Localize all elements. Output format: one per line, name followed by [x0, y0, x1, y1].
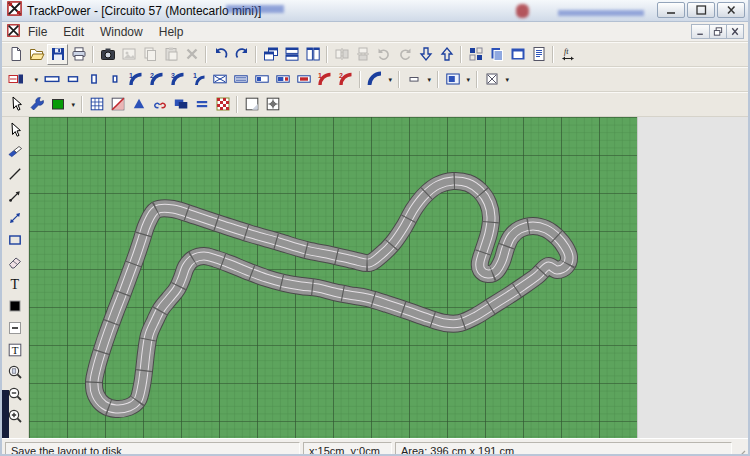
menu-item-window[interactable]: Window — [92, 24, 151, 40]
show-grid-button[interactable] — [86, 94, 107, 115]
svg-text:2: 2 — [150, 72, 154, 79]
svg-text:2: 2 — [339, 72, 343, 79]
snap-mode-button[interactable] — [107, 94, 128, 115]
banked-curve-2-button[interactable]: 2 — [335, 69, 356, 90]
special-pieces-menu-button[interactable]: ▾ — [481, 69, 512, 90]
tile-vertical-button[interactable] — [302, 44, 323, 65]
adapter-straight-button[interactable] — [230, 69, 251, 90]
app-window: TrackPower - [Circuito 57 (Montecarlo mi… — [0, 0, 750, 456]
curve-radius-2-button[interactable]: 2 — [146, 69, 167, 90]
move-up-button[interactable] — [436, 44, 457, 65]
maximize-button[interactable] — [687, 2, 715, 18]
flip-horizontal-button[interactable] — [331, 44, 352, 65]
banked-curve-1-button[interactable]: 1 — [314, 69, 335, 90]
draw-double-arrow-button[interactable] — [5, 207, 26, 228]
maximize-icon — [697, 6, 706, 14]
straight-half-button[interactable] — [83, 69, 104, 90]
new-document-button[interactable] — [5, 44, 26, 65]
show-borders-button[interactable] — [170, 94, 191, 115]
short-pieces-menu-button[interactable]: ▾ — [403, 69, 434, 90]
resize-grip[interactable] — [734, 448, 746, 456]
mdi-minimize-button[interactable] — [692, 25, 709, 38]
center-layout-button[interactable] — [262, 94, 283, 115]
show-lanes-button[interactable] — [191, 94, 212, 115]
color-picker-button[interactable]: ▾ — [47, 94, 78, 115]
cascade-windows-icon — [263, 46, 279, 62]
line-style-button[interactable] — [5, 317, 26, 338]
draw-rectangle-button[interactable] — [5, 229, 26, 250]
center-layout-icon — [265, 96, 281, 112]
cascade-windows-button[interactable] — [260, 44, 281, 65]
copy-image-button[interactable] — [486, 44, 507, 65]
rotate-left-button[interactable] — [373, 44, 394, 65]
mdi-window-controls — [691, 24, 744, 39]
zoom-fit-button[interactable] — [5, 361, 26, 382]
redo-button[interactable] — [231, 44, 252, 65]
minimize-button[interactable] — [657, 2, 685, 18]
mdi-restore-button[interactable] — [709, 25, 726, 38]
delete-pieces-icon — [184, 46, 200, 62]
move-down-icon — [418, 46, 434, 62]
menu-item-edit[interactable]: Edit — [55, 24, 92, 40]
curves-menu-button[interactable]: ▾ — [364, 69, 395, 90]
piece-grid-button[interactable] — [465, 44, 486, 65]
menu-item-file[interactable]: File — [20, 24, 55, 40]
rotate-right-button[interactable] — [394, 44, 415, 65]
straight-full-button[interactable] — [41, 69, 62, 90]
zoom-fit-icon — [7, 364, 23, 380]
fill-color-button[interactable] — [5, 295, 26, 316]
undo-button[interactable] — [210, 44, 231, 65]
tile-horizontal-button[interactable] — [281, 44, 302, 65]
parts-list-button[interactable] — [528, 44, 549, 65]
framed-text-button[interactable]: T — [5, 339, 26, 360]
close-button[interactable] — [717, 2, 745, 18]
borders-menu-button[interactable]: ▾ — [442, 69, 473, 90]
flip-vertical-button[interactable] — [352, 44, 373, 65]
straight-quarter-button[interactable] — [104, 69, 125, 90]
layout-canvas[interactable] — [29, 117, 637, 438]
setup-tool-button[interactable] — [26, 94, 47, 115]
draw-rectangle-icon — [7, 232, 23, 248]
draw-arrow-button[interactable] — [5, 185, 26, 206]
track-system-button[interactable]: ▾ — [5, 69, 41, 90]
copy-pieces-button[interactable] — [139, 44, 160, 65]
connection-track-icon — [275, 71, 291, 87]
mdi-close-button[interactable] — [726, 25, 743, 38]
zoom-in-icon — [7, 408, 23, 424]
terminal-track-button[interactable] — [293, 69, 314, 90]
move-down-button[interactable] — [415, 44, 436, 65]
menu-bar: File Edit Window Help — [2, 22, 748, 42]
open-file-button[interactable] — [26, 44, 47, 65]
paste-pieces-button[interactable] — [160, 44, 181, 65]
save-file-button[interactable] — [47, 44, 68, 65]
measurement-units-button[interactable]: ft — [557, 44, 578, 65]
straight-full-icon — [44, 71, 60, 87]
window-title: TrackPower - [Circuito 57 (Montecarlo mi… — [27, 4, 261, 18]
curve-radius-1-button[interactable]: 1 — [125, 69, 146, 90]
snapshot-camera-button[interactable] — [97, 44, 118, 65]
show-markers-button[interactable] — [149, 94, 170, 115]
start-finish-line-button[interactable] — [212, 94, 233, 115]
curve-radius-3-button[interactable]: 3 — [167, 69, 188, 90]
crossing-track-button[interactable] — [209, 69, 230, 90]
connection-track-button[interactable] — [272, 69, 293, 90]
print-button[interactable] — [68, 44, 89, 65]
draw-line-button[interactable] — [5, 163, 26, 184]
curve-inner-1-button[interactable]: 1 — [188, 69, 209, 90]
export-window-button[interactable] — [507, 44, 528, 65]
menu-item-help[interactable]: Help — [151, 24, 192, 40]
insert-picture-button[interactable] — [118, 44, 139, 65]
piece-grid-icon — [468, 46, 484, 62]
text-tool-button[interactable]: T — [5, 273, 26, 294]
straight-standard-button[interactable] — [62, 69, 83, 90]
eraser-button[interactable] — [5, 251, 26, 272]
save-file-icon — [50, 46, 66, 62]
move-pieces-button[interactable] — [5, 141, 26, 162]
connector-straight-button[interactable] — [251, 69, 272, 90]
select-tool-button[interactable] — [5, 94, 26, 115]
direction-marker-button[interactable] — [128, 94, 149, 115]
full-window-view-button[interactable] — [241, 94, 262, 115]
document-checkered-icon — [7, 23, 20, 41]
delete-pieces-button[interactable] — [181, 44, 202, 65]
select-tool-button[interactable] — [5, 119, 26, 140]
